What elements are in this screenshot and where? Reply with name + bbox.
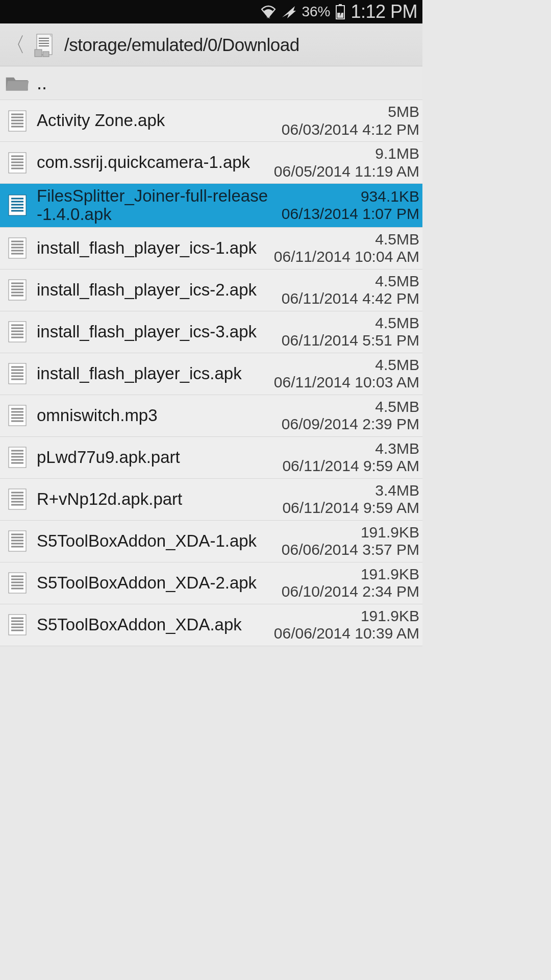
clock: 1:12 PM (350, 1, 417, 22)
file-row[interactable]: install_flash_player_ics.apk 4.5MB 06/11… (0, 353, 422, 395)
file-meta: 191.9KB 06/06/2014 3:57 PM (282, 524, 419, 559)
battery-percent: 36% (302, 4, 330, 20)
file-icon (5, 404, 30, 427)
file-icon (5, 362, 30, 385)
file-size: 191.9KB (274, 607, 419, 625)
file-size: 4.5MB (282, 398, 419, 416)
file-size: 4.3MB (282, 440, 419, 458)
file-row[interactable]: S5ToolBoxAddon_XDA-2.apk 191.9KB 06/10/2… (0, 562, 422, 604)
file-date: 06/13/2014 1:07 PM (282, 205, 419, 223)
file-row[interactable]: omniswitch.mp3 4.5MB 06/09/2014 2:39 PM (0, 395, 422, 437)
folder-icon (5, 72, 30, 94)
file-name: install_flash_player_ics.apk (37, 364, 267, 383)
battery-charging-icon (335, 4, 345, 19)
app-header: 〈 /storage/emulated/0/Download (0, 23, 422, 66)
file-size: 4.5MB (274, 356, 419, 374)
file-size: 4.5MB (274, 231, 419, 249)
file-size: 3.4MB (282, 482, 419, 500)
svg-rect-10 (35, 50, 42, 57)
file-name: S5ToolBoxAddon_XDA.apk (37, 616, 267, 634)
file-date: 06/10/2014 2:34 PM (282, 583, 419, 601)
file-name: FilesSplitter_Joiner-full-release-1.4.0.… (37, 187, 274, 224)
status-bar: ↑↓ 36% 1:12 PM (0, 0, 422, 23)
svg-text:↑↓: ↑↓ (266, 14, 271, 18)
file-row[interactable]: install_flash_player_ics-3.apk 4.5MB 06/… (0, 311, 422, 353)
file-icon (5, 572, 30, 594)
file-date: 06/11/2014 10:04 AM (274, 248, 419, 266)
file-icon (5, 237, 30, 259)
file-date: 06/06/2014 10:39 AM (274, 625, 419, 643)
file-row[interactable]: com.ssrij.quickcamera-1.apk 9.1MB 06/05/… (0, 142, 422, 184)
file-icon (5, 530, 30, 552)
file-icon (5, 152, 30, 174)
file-date: 06/05/2014 11:19 AM (274, 163, 419, 181)
file-row[interactable]: pLwd77u9.apk.part 4.3MB 06/11/2014 9:59 … (0, 437, 422, 479)
file-date: 06/11/2014 10:03 AM (274, 374, 419, 391)
file-size: 9.1MB (274, 145, 419, 163)
file-row[interactable]: FilesSplitter_Joiner-full-release-1.4.0.… (0, 184, 422, 228)
file-icon (5, 279, 30, 301)
file-icon (5, 110, 30, 132)
file-meta: 5MB 06/03/2014 4:12 PM (282, 103, 419, 138)
file-size: 191.9KB (282, 524, 419, 542)
file-meta: 4.3MB 06/11/2014 9:59 AM (282, 440, 419, 475)
file-meta: 4.5MB 06/11/2014 4:42 PM (282, 273, 419, 308)
file-name: Activity Zone.apk (37, 111, 274, 130)
file-name: pLwd77u9.apk.part (37, 448, 275, 467)
parent-dir-label: .. (37, 73, 419, 93)
file-name: install_flash_player_ics-1.apk (37, 239, 267, 257)
file-icon (5, 321, 30, 343)
airplane-mode-icon (281, 5, 296, 19)
file-date: 06/06/2014 3:57 PM (282, 541, 419, 559)
file-row[interactable]: install_flash_player_ics-2.apk 4.5MB 06/… (0, 270, 422, 311)
file-date: 06/11/2014 9:59 AM (282, 499, 419, 517)
app-icon[interactable] (34, 32, 57, 58)
file-meta: 4.5MB 06/09/2014 2:39 PM (282, 398, 419, 433)
back-icon[interactable]: 〈 (4, 31, 27, 59)
file-row[interactable]: install_flash_player_ics-1.apk 4.5MB 06/… (0, 228, 422, 270)
file-size: 934.1KB (282, 188, 419, 206)
path-title: /storage/emulated/0/Download (64, 35, 299, 55)
file-date: 06/11/2014 9:59 AM (282, 457, 419, 475)
file-name: com.ssrij.quickcamera-1.apk (37, 153, 267, 172)
file-meta: 3.4MB 06/11/2014 9:59 AM (282, 482, 419, 517)
file-icon (5, 488, 30, 510)
file-meta: 191.9KB 06/10/2014 2:34 PM (282, 566, 419, 601)
file-list: .. Activity Zone.apk 5MB 06/03/2014 4:12… (0, 66, 422, 646)
file-meta: 4.5MB 06/11/2014 10:03 AM (274, 356, 419, 391)
file-name: S5ToolBoxAddon_XDA-1.apk (37, 532, 274, 550)
file-date: 06/09/2014 2:39 PM (282, 415, 419, 433)
file-date: 06/03/2014 4:12 PM (282, 121, 419, 139)
file-name: S5ToolBoxAddon_XDA-2.apk (37, 574, 274, 592)
file-name: install_flash_player_ics-2.apk (37, 281, 274, 299)
file-name: R+vNp12d.apk.part (37, 490, 275, 508)
file-meta: 9.1MB 06/05/2014 11:19 AM (274, 145, 419, 180)
file-meta: 4.5MB 06/11/2014 10:04 AM (274, 231, 419, 266)
file-name: omniswitch.mp3 (37, 406, 274, 425)
file-icon (5, 446, 30, 469)
file-size: 5MB (282, 103, 419, 121)
file-date: 06/11/2014 4:42 PM (282, 290, 419, 308)
file-size: 4.5MB (282, 273, 419, 290)
parent-dir-row[interactable]: .. (0, 66, 422, 100)
file-name: install_flash_player_ics-3.apk (37, 323, 274, 341)
file-row[interactable]: S5ToolBoxAddon_XDA-1.apk 191.9KB 06/06/2… (0, 521, 422, 562)
svg-rect-11 (43, 52, 49, 57)
file-meta: 191.9KB 06/06/2014 10:39 AM (274, 607, 419, 643)
file-row[interactable]: S5ToolBoxAddon_XDA.apk 191.9KB 06/06/201… (0, 604, 422, 646)
file-size: 191.9KB (282, 566, 419, 583)
file-meta: 4.5MB 06/11/2014 5:51 PM (282, 314, 419, 350)
file-row[interactable]: R+vNp12d.apk.part 3.4MB 06/11/2014 9:59 … (0, 479, 422, 521)
wifi-icon: ↑↓ (261, 5, 276, 18)
file-date: 06/11/2014 5:51 PM (282, 332, 419, 350)
file-icon (5, 194, 30, 216)
file-icon (5, 614, 30, 636)
file-meta: 934.1KB 06/13/2014 1:07 PM (282, 188, 419, 223)
file-row[interactable]: Activity Zone.apk 5MB 06/03/2014 4:12 PM (0, 100, 422, 142)
file-size: 4.5MB (282, 314, 419, 332)
